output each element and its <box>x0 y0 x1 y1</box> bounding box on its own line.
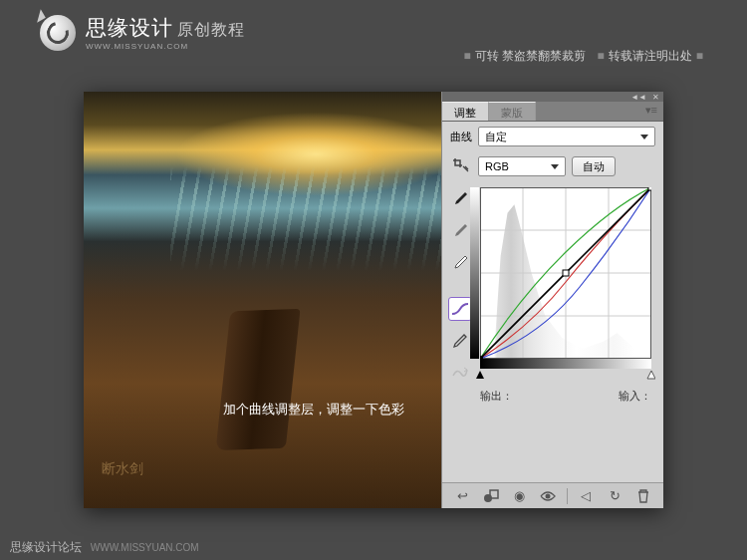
preset-value: 自定 <box>485 130 507 144</box>
chevron-down-icon <box>640 135 648 140</box>
output-gradient <box>470 187 479 359</box>
collapse-icon[interactable]: ◄◄ <box>630 93 646 102</box>
brand-suffix: 原创教程 <box>177 21 245 38</box>
preset-select[interactable]: 自定 <box>478 127 655 146</box>
return-icon[interactable]: ↩ <box>452 486 472 506</box>
input-label: 输入： <box>619 389 651 404</box>
svg-rect-10 <box>648 187 651 190</box>
auto-button[interactable]: 自动 <box>572 156 616 176</box>
input-gradient <box>480 359 651 369</box>
pencil-icon[interactable] <box>448 329 472 353</box>
brand-title: 思缘设计 <box>86 16 173 39</box>
curves-graph[interactable] <box>480 187 651 359</box>
eyedropper-black-icon[interactable] <box>448 187 472 211</box>
eyedropper-white-icon[interactable] <box>448 251 472 275</box>
svg-marker-11 <box>476 371 484 379</box>
close-icon[interactable]: ✕ <box>652 93 659 102</box>
channel-row: RGB 自动 <box>442 151 663 181</box>
brand-url: WWW.MISSYUAN.COM <box>86 42 245 51</box>
channel-select[interactable]: RGB <box>478 156 566 176</box>
panel-footer: ↩ ◉ ◁ ↻ <box>442 482 663 508</box>
panel-menu-icon[interactable]: ▾≡ <box>639 102 663 121</box>
smooth-icon[interactable] <box>448 361 472 385</box>
reset-icon[interactable]: ↻ <box>605 486 624 506</box>
chevron-down-icon <box>551 164 559 169</box>
preset-row: 曲线 自定 <box>442 122 663 151</box>
svg-rect-9 <box>563 270 569 276</box>
panel-topbar: ◄◄ ✕ <box>442 92 663 102</box>
io-readout: 输出： 输入： <box>480 389 651 404</box>
channel-value: RGB <box>485 160 509 172</box>
view-icon[interactable]: ◉ <box>510 486 530 506</box>
clip-layer-icon[interactable] <box>481 486 501 506</box>
tab-adjustments[interactable]: 调整 <box>442 102 489 121</box>
tab-masks[interactable]: 蒙版 <box>489 102 536 121</box>
eyedropper-gray-icon[interactable] <box>448 219 472 243</box>
svg-marker-12 <box>647 371 655 379</box>
delete-icon[interactable] <box>633 486 653 506</box>
svg-point-15 <box>546 493 551 498</box>
document-canvas: 加个曲线调整层，调整一下色彩 断水剑 ◄◄ ✕ 调整 蒙版 ▾≡ 曲线 自定 R… <box>84 92 663 508</box>
adjustment-type-label: 曲线 <box>450 130 472 144</box>
visibility-icon[interactable] <box>538 486 558 506</box>
output-label: 输出： <box>480 389 513 404</box>
brand-header: 思缘设计 原创教程 WWW.MISSYUAN.COM <box>40 14 245 51</box>
panel-tabs: 调整 蒙版 ▾≡ <box>442 102 663 122</box>
logo-icon <box>40 15 76 51</box>
watermark: 断水剑 <box>102 460 143 478</box>
curve-point-icon[interactable] <box>448 297 472 321</box>
prev-state-icon[interactable]: ◁ <box>576 486 596 506</box>
adjustments-panel: ◄◄ ✕ 调整 蒙版 ▾≡ 曲线 自定 RGB 自动 <box>441 92 663 508</box>
target-adjust-icon[interactable] <box>448 153 472 177</box>
tutorial-caption: 加个曲线调整层，调整一下色彩 <box>223 401 404 419</box>
page-footer-credit: 思缘设计论坛 WWW.MISSYUAN.COM <box>10 539 199 556</box>
input-sliders[interactable] <box>476 371 655 383</box>
top-note: ■可转 禁盗禁翻禁裁剪 ■转载请注明出处■ <box>460 48 707 65</box>
